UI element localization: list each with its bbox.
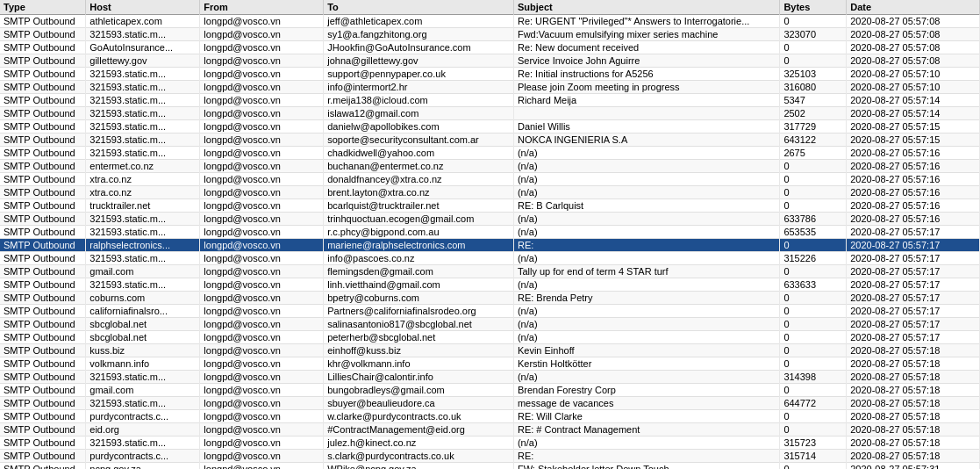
table-row[interactable]: SMTP Outbound321593.static.m...longpd@vo…	[0, 437, 980, 450]
table-row[interactable]: SMTP Outboundvolkmann.infolongpd@vosco.v…	[0, 357, 980, 371]
cell-to: r.meija138@icloud.com	[324, 94, 514, 107]
cell-host: GoAutoInsurance...	[86, 41, 200, 54]
table-row[interactable]: SMTP Outbound321593.static.m...longpd@vo…	[0, 81, 980, 94]
table-row[interactable]: SMTP Outboundxtra.co.nzlongpd@vosco.vnbr…	[0, 186, 980, 199]
cell-type: SMTP Outbound	[0, 41, 86, 54]
cell-from: longpd@vosco.vn	[200, 68, 324, 81]
cell-from: longpd@vosco.vn	[200, 54, 324, 68]
cell-type: SMTP Outbound	[0, 68, 86, 81]
cell-subject: (n/a)	[513, 305, 779, 318]
header-bytes[interactable]: Bytes	[780, 0, 847, 15]
table-row[interactable]: SMTP Outbound321593.static.m...longpd@vo…	[0, 278, 980, 292]
cell-from: longpd@vosco.vn	[200, 226, 324, 239]
cell-type: SMTP Outbound	[0, 147, 86, 160]
cell-bytes: 0	[780, 265, 847, 278]
cell-host: xtra.co.nz	[86, 173, 200, 186]
cell-date: 2020-08-27 05:57:18	[847, 450, 980, 463]
cell-bytes: 315723	[780, 437, 847, 450]
cell-type: SMTP Outbound	[0, 292, 86, 305]
table-row[interactable]: SMTP Outbound321593.static.m...longpd@vo…	[0, 213, 980, 226]
table-row[interactable]: SMTP Outboundcoburns.comlongpd@vosco.vnb…	[0, 292, 980, 305]
cell-bytes: 633786	[780, 213, 847, 226]
cell-subject: Daniel Willis	[513, 120, 779, 133]
table-row[interactable]: SMTP Outboundsbcglobal.netlongpd@vosco.v…	[0, 331, 980, 344]
cell-date: 2020-08-27 05:57:16	[847, 173, 980, 186]
cell-bytes: 317729	[780, 120, 847, 133]
header-host[interactable]: Host	[86, 0, 200, 15]
table-row[interactable]: SMTP Outbound321593.static.m...longpd@vo…	[0, 147, 980, 160]
header-subject[interactable]: Subject	[513, 0, 779, 15]
cell-from: longpd@vosco.vn	[200, 318, 324, 331]
header-date[interactable]: Date	[847, 0, 980, 15]
cell-bytes: 0	[780, 239, 847, 252]
table-row[interactable]: SMTP Outbound321593.static.m...longpd@vo…	[0, 94, 980, 107]
table-row[interactable]: SMTP Outbound321593.static.m...longpd@vo…	[0, 28, 980, 41]
table-row[interactable]: SMTP Outboundsbcglobal.netlongpd@vosco.v…	[0, 318, 980, 331]
cell-subject: message de vacances	[513, 397, 779, 410]
cell-bytes: 644772	[780, 397, 847, 410]
table-row[interactable]: SMTP Outboundathleticapex.comlongpd@vosc…	[0, 15, 980, 28]
cell-type: SMTP Outbound	[0, 28, 86, 41]
email-log-table-container[interactable]: Type Host From To Subject Bytes Date SMT…	[0, 0, 980, 469]
table-row[interactable]: SMTP Outboundpurdycontracts.c...longpd@v…	[0, 450, 980, 463]
cell-date: 2020-08-27 05:57:18	[847, 344, 980, 357]
table-row[interactable]: SMTP Outbound321593.static.m...longpd@vo…	[0, 371, 980, 384]
table-row[interactable]: SMTP Outbound321593.static.m...longpd@vo…	[0, 252, 980, 265]
header-to[interactable]: To	[324, 0, 514, 15]
cell-type: SMTP Outbound	[0, 450, 86, 463]
cell-host: 321593.static.m...	[86, 68, 200, 81]
cell-bytes: 653535	[780, 226, 847, 239]
table-row[interactable]: SMTP OutboundGoAutoInsurance...longpd@vo…	[0, 41, 980, 54]
email-log-table: Type Host From To Subject Bytes Date SMT…	[0, 0, 980, 469]
cell-subject: NOKCA INGENIERIA S.A	[513, 133, 779, 147]
table-row[interactable]: SMTP Outboundeid.orglongpd@vosco.vn#Cont…	[0, 423, 980, 437]
table-row[interactable]: SMTP Outboundpurdycontracts.c...longpd@v…	[0, 410, 980, 423]
cell-subject: Brendan Forestry Corp	[513, 384, 779, 397]
table-row[interactable]: SMTP Outbound321593.static.m...longpd@vo…	[0, 397, 980, 410]
cell-host: sbcglobal.net	[86, 331, 200, 344]
table-row[interactable]: SMTP Outboundralphselectronics...longpd@…	[0, 239, 980, 252]
table-row[interactable]: SMTP Outboundxtra.co.nzlongpd@vosco.vndo…	[0, 173, 980, 186]
cell-bytes: 0	[780, 173, 847, 186]
cell-to: WPike@ncpg.gov.za	[324, 463, 514, 470]
table-row[interactable]: SMTP Outbound321593.static.m...longpd@vo…	[0, 120, 980, 133]
cell-host: purdycontracts.c...	[86, 450, 200, 463]
cell-host: purdycontracts.c...	[86, 410, 200, 423]
cell-subject: RE: Brenda Petry	[513, 292, 779, 305]
table-row[interactable]: SMTP Outboundcaliforniafinalsro...longpd…	[0, 305, 980, 318]
cell-type: SMTP Outbound	[0, 423, 86, 437]
cell-from: longpd@vosco.vn	[200, 41, 324, 54]
cell-type: SMTP Outbound	[0, 305, 86, 318]
cell-date: 2020-08-27 05:57:16	[847, 160, 980, 173]
table-row[interactable]: SMTP Outboundncpg.gov.zalongpd@vosco.vnW…	[0, 463, 980, 470]
table-row[interactable]: SMTP Outbound321593.static.m...longpd@vo…	[0, 133, 980, 147]
table-row[interactable]: SMTP Outboundtrucktrailer.netlongpd@vosc…	[0, 199, 980, 213]
cell-type: SMTP Outbound	[0, 252, 86, 265]
table-row[interactable]: SMTP Outboundgmail.comlongpd@vosco.vnfle…	[0, 265, 980, 278]
header-from[interactable]: From	[200, 0, 324, 15]
cell-subject: (n/a)	[513, 278, 779, 292]
cell-date: 2020-08-27 05:57:18	[847, 357, 980, 371]
table-row[interactable]: SMTP Outboundentermet.co.nzlongpd@vosco.…	[0, 160, 980, 173]
table-row[interactable]: SMTP Outboundgmail.comlongpd@vosco.vnbun…	[0, 384, 980, 397]
cell-date: 2020-08-27 05:57:08	[847, 28, 980, 41]
table-row[interactable]: SMTP Outbound321593.static.m...longpd@vo…	[0, 107, 980, 120]
cell-bytes: 315714	[780, 450, 847, 463]
cell-type: SMTP Outbound	[0, 213, 86, 226]
cell-subject: Tally up for end of term 4 STAR turf	[513, 265, 779, 278]
table-row[interactable]: SMTP Outboundkuss.bizlongpd@vosco.vneinh…	[0, 344, 980, 357]
cell-date: 2020-08-27 05:57:17	[847, 331, 980, 344]
cell-type: SMTP Outbound	[0, 410, 86, 423]
cell-type: SMTP Outbound	[0, 186, 86, 199]
cell-to: julez.h@kinect.co.nz	[324, 437, 514, 450]
cell-bytes: 5347	[780, 94, 847, 107]
header-type[interactable]: Type	[0, 0, 86, 15]
table-row[interactable]: SMTP Outbound321593.static.m...longpd@vo…	[0, 68, 980, 81]
cell-subject: Fwd:Vacuum emulsifying mixer series mach…	[513, 28, 779, 41]
table-row[interactable]: SMTP Outboundgillettewy.govlongpd@vosco.…	[0, 54, 980, 68]
cell-to: w.clarke@purdycontracts.co.uk	[324, 410, 514, 423]
table-row[interactable]: SMTP Outbound321593.static.m...longpd@vo…	[0, 226, 980, 239]
cell-subject: RE:	[513, 450, 779, 463]
cell-subject: (n/a)	[513, 186, 779, 199]
cell-to: support@pennypaper.co.uk	[324, 68, 514, 81]
